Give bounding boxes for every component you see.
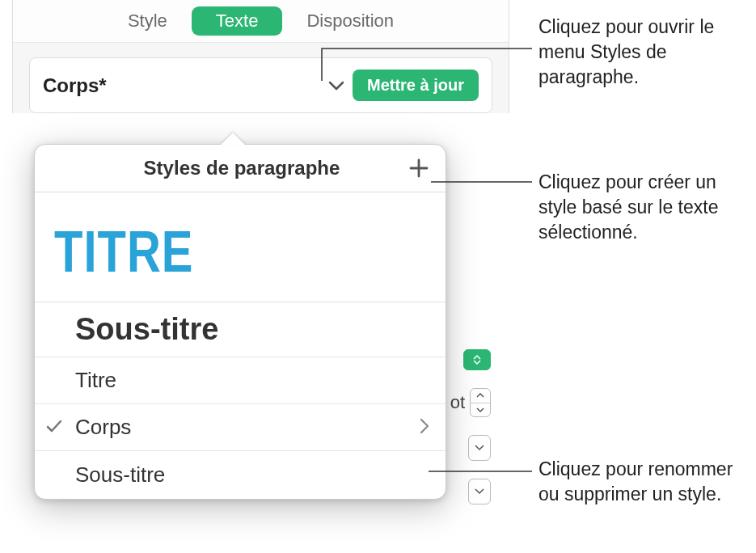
callout-open-menu: Cliquez pour ouvrir le menu Styles de pa… xyxy=(538,15,753,90)
callout-create-style: Cliquez pour créer un style basé sur le … xyxy=(538,170,753,245)
callout-rename-delete: Cliquez pour renommer ou supprimer un st… xyxy=(538,457,753,507)
